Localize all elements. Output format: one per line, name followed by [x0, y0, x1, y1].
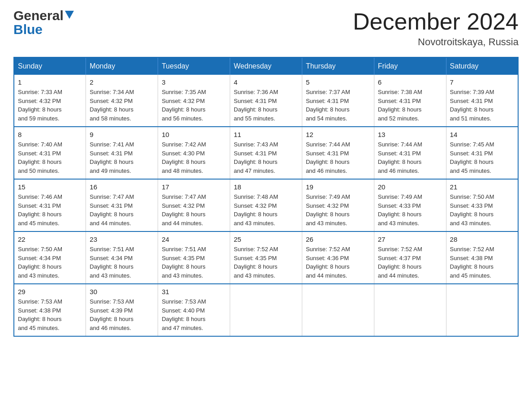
day-cell: 7 Sunrise: 7:39 AMSunset: 4:31 PMDayligh… [446, 75, 518, 127]
day-number: 19 [306, 183, 370, 191]
day-number: 26 [306, 235, 370, 243]
day-cell: 5 Sunrise: 7:37 AMSunset: 4:31 PMDayligh… [302, 75, 374, 127]
day-cell: 10 Sunrise: 7:42 AMSunset: 4:30 PMDaylig… [158, 127, 230, 179]
day-info: Sunrise: 7:50 AMSunset: 4:33 PMDaylight:… [450, 193, 514, 227]
day-number: 20 [378, 183, 442, 191]
day-cell [302, 284, 374, 336]
logo-blue: Blue [13, 23, 43, 36]
day-cell: 28 Sunrise: 7:52 AMSunset: 4:38 PMDaylig… [446, 231, 518, 284]
day-cell: 21 Sunrise: 7:50 AMSunset: 4:33 PMDaylig… [446, 179, 518, 231]
day-info: Sunrise: 7:39 AMSunset: 4:31 PMDaylight:… [450, 88, 514, 123]
weekday-header-friday: Friday [374, 57, 446, 75]
day-cell: 31 Sunrise: 7:53 AMSunset: 4:40 PMDaylig… [158, 284, 230, 336]
weekday-header-wednesday: Wednesday [230, 57, 302, 75]
day-number: 18 [234, 183, 298, 191]
day-cell: 15 Sunrise: 7:46 AMSunset: 4:31 PMDaylig… [14, 179, 86, 231]
page-header: General Blue December 2024 Novotroitskay… [13, 9, 519, 48]
day-number: 27 [378, 235, 442, 243]
day-info: Sunrise: 7:49 AMSunset: 4:33 PMDaylight:… [378, 193, 442, 227]
day-info: Sunrise: 7:37 AMSunset: 4:31 PMDaylight:… [306, 88, 370, 123]
day-number: 12 [306, 131, 370, 138]
day-info: Sunrise: 7:47 AMSunset: 4:32 PMDaylight:… [162, 193, 226, 227]
day-number: 22 [18, 235, 82, 243]
location: Novotroitskaya, Russia [353, 36, 519, 48]
day-cell: 6 Sunrise: 7:38 AMSunset: 4:31 PMDayligh… [374, 75, 446, 127]
day-info: Sunrise: 7:52 AMSunset: 4:38 PMDaylight:… [450, 245, 514, 280]
day-cell: 14 Sunrise: 7:45 AMSunset: 4:31 PMDaylig… [446, 127, 518, 179]
day-info: Sunrise: 7:47 AMSunset: 4:31 PMDaylight:… [90, 193, 154, 227]
day-info: Sunrise: 7:52 AMSunset: 4:35 PMDaylight:… [234, 245, 298, 280]
day-info: Sunrise: 7:51 AMSunset: 4:34 PMDaylight:… [90, 245, 154, 280]
day-cell: 11 Sunrise: 7:43 AMSunset: 4:31 PMDaylig… [230, 127, 302, 179]
day-cell: 12 Sunrise: 7:44 AMSunset: 4:31 PMDaylig… [302, 127, 374, 179]
day-number: 3 [162, 78, 226, 86]
day-number: 28 [450, 235, 514, 243]
day-number: 9 [90, 131, 154, 138]
day-cell: 25 Sunrise: 7:52 AMSunset: 4:35 PMDaylig… [230, 231, 302, 284]
day-cell: 22 Sunrise: 7:50 AMSunset: 4:34 PMDaylig… [14, 231, 86, 284]
day-cell: 4 Sunrise: 7:36 AMSunset: 4:31 PMDayligh… [230, 75, 302, 127]
day-number: 6 [378, 78, 442, 86]
week-row-2: 8 Sunrise: 7:40 AMSunset: 4:31 PMDayligh… [14, 127, 518, 179]
weekday-header-saturday: Saturday [446, 57, 518, 75]
day-cell: 24 Sunrise: 7:51 AMSunset: 4:35 PMDaylig… [158, 231, 230, 284]
day-number: 5 [306, 78, 370, 86]
day-info: Sunrise: 7:53 AMSunset: 4:38 PMDaylight:… [18, 297, 82, 332]
day-cell: 27 Sunrise: 7:52 AMSunset: 4:37 PMDaylig… [374, 231, 446, 284]
title-section: December 2024 Novotroitskaya, Russia [353, 9, 519, 48]
day-number: 4 [234, 78, 298, 86]
weekday-header-row: SundayMondayTuesdayWednesdayThursdayFrid… [14, 57, 518, 75]
day-cell: 29 Sunrise: 7:53 AMSunset: 4:38 PMDaylig… [14, 284, 86, 336]
calendar-table: SundayMondayTuesdayWednesdayThursdayFrid… [13, 57, 519, 337]
day-number: 25 [234, 235, 298, 243]
day-number: 31 [162, 288, 226, 295]
logo: General Blue [13, 9, 74, 36]
day-info: Sunrise: 7:52 AMSunset: 4:37 PMDaylight:… [378, 245, 442, 280]
day-number: 15 [18, 183, 82, 191]
day-number: 16 [90, 183, 154, 191]
day-info: Sunrise: 7:44 AMSunset: 4:31 PMDaylight:… [306, 140, 370, 175]
month-title: December 2024 [353, 9, 519, 34]
weekday-header-sunday: Sunday [14, 57, 86, 75]
day-number: 11 [234, 131, 298, 138]
day-cell: 13 Sunrise: 7:44 AMSunset: 4:31 PMDaylig… [374, 127, 446, 179]
day-info: Sunrise: 7:53 AMSunset: 4:40 PMDaylight:… [162, 297, 226, 332]
day-cell: 23 Sunrise: 7:51 AMSunset: 4:34 PMDaylig… [86, 231, 158, 284]
day-number: 14 [450, 131, 514, 138]
day-cell: 26 Sunrise: 7:52 AMSunset: 4:36 PMDaylig… [302, 231, 374, 284]
weekday-header-monday: Monday [86, 57, 158, 75]
day-info: Sunrise: 7:41 AMSunset: 4:31 PMDaylight:… [90, 140, 154, 175]
week-row-4: 22 Sunrise: 7:50 AMSunset: 4:34 PMDaylig… [14, 231, 518, 284]
day-info: Sunrise: 7:44 AMSunset: 4:31 PMDaylight:… [378, 140, 442, 175]
week-row-1: 1 Sunrise: 7:33 AMSunset: 4:32 PMDayligh… [14, 75, 518, 127]
week-row-3: 15 Sunrise: 7:46 AMSunset: 4:31 PMDaylig… [14, 179, 518, 231]
day-cell: 16 Sunrise: 7:47 AMSunset: 4:31 PMDaylig… [86, 179, 158, 231]
day-cell: 9 Sunrise: 7:41 AMSunset: 4:31 PMDayligh… [86, 127, 158, 179]
day-cell [374, 284, 446, 336]
day-info: Sunrise: 7:53 AMSunset: 4:39 PMDaylight:… [90, 297, 154, 332]
logo-general: General [13, 9, 64, 22]
day-cell: 8 Sunrise: 7:40 AMSunset: 4:31 PMDayligh… [14, 127, 86, 179]
day-number: 17 [162, 183, 226, 191]
day-cell: 17 Sunrise: 7:47 AMSunset: 4:32 PMDaylig… [158, 179, 230, 231]
day-info: Sunrise: 7:45 AMSunset: 4:31 PMDaylight:… [450, 140, 514, 175]
logo-triangle-icon [65, 11, 74, 19]
day-number: 2 [90, 78, 154, 86]
day-number: 8 [18, 131, 82, 138]
day-cell: 30 Sunrise: 7:53 AMSunset: 4:39 PMDaylig… [86, 284, 158, 336]
day-info: Sunrise: 7:48 AMSunset: 4:32 PMDaylight:… [234, 193, 298, 227]
day-number: 29 [18, 288, 82, 295]
day-cell: 19 Sunrise: 7:49 AMSunset: 4:32 PMDaylig… [302, 179, 374, 231]
day-info: Sunrise: 7:40 AMSunset: 4:31 PMDaylight:… [18, 140, 82, 175]
day-number: 1 [18, 78, 82, 86]
weekday-header-thursday: Thursday [302, 57, 374, 75]
day-info: Sunrise: 7:35 AMSunset: 4:32 PMDaylight:… [162, 88, 226, 123]
day-cell: 18 Sunrise: 7:48 AMSunset: 4:32 PMDaylig… [230, 179, 302, 231]
day-cell: 3 Sunrise: 7:35 AMSunset: 4:32 PMDayligh… [158, 75, 230, 127]
day-info: Sunrise: 7:38 AMSunset: 4:31 PMDaylight:… [378, 88, 442, 123]
day-info: Sunrise: 7:43 AMSunset: 4:31 PMDaylight:… [234, 140, 298, 175]
day-info: Sunrise: 7:49 AMSunset: 4:32 PMDaylight:… [306, 193, 370, 227]
day-info: Sunrise: 7:46 AMSunset: 4:31 PMDaylight:… [18, 193, 82, 227]
day-info: Sunrise: 7:34 AMSunset: 4:32 PMDaylight:… [90, 88, 154, 123]
day-number: 7 [450, 78, 514, 86]
